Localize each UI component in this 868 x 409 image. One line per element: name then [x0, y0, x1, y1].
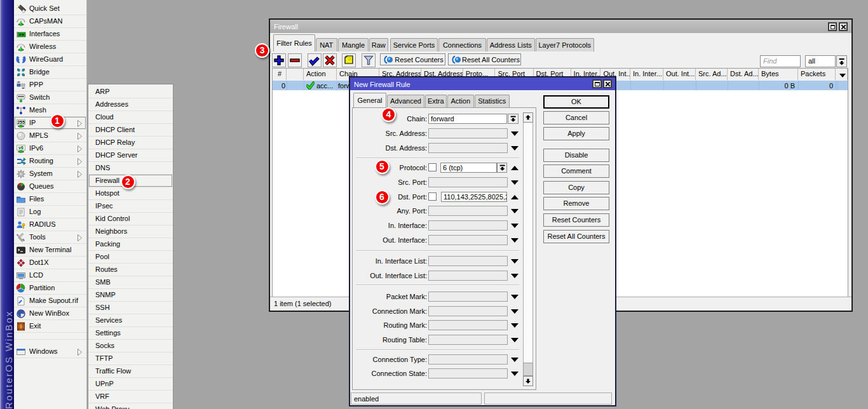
svg-text:v6: v6 — [18, 145, 24, 150]
